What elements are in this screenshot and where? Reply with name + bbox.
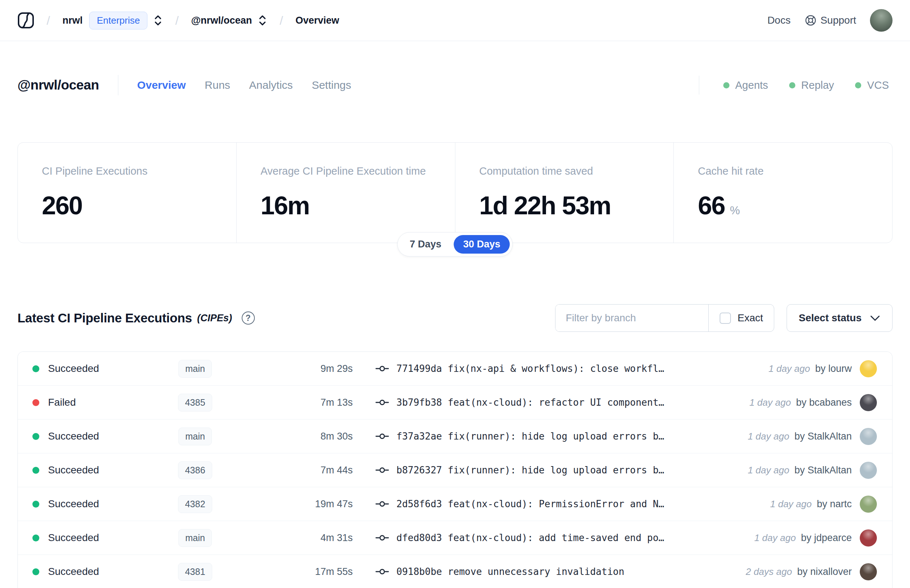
cipe-time-ago: 1 day ago: [748, 465, 789, 476]
branch-filter-input[interactable]: [556, 305, 708, 331]
git-commit-icon: [375, 397, 389, 407]
cipe-author: by StalkAltan: [794, 431, 852, 442]
cipe-row[interactable]: Succeeded 4381 17m 55s 0918b0be remove u…: [18, 555, 892, 588]
breadcrumb-workspace[interactable]: @nrwl/ocean: [191, 15, 252, 26]
cipe-status: Succeeded: [48, 430, 99, 442]
org-switcher-chevrons-icon[interactable]: [153, 14, 163, 27]
docs-link[interactable]: Docs: [767, 15, 790, 26]
git-commit-icon: [375, 363, 389, 374]
indicator-vcs[interactable]: VCS: [855, 79, 889, 91]
support-link[interactable]: Support: [805, 14, 856, 27]
commit-message: 3b79fb38 feat(nx-cloud): refactor UI com…: [396, 397, 664, 408]
cipe-time-ago: 1 day ago: [748, 431, 789, 442]
cipe-status: Succeeded: [48, 363, 99, 375]
cipe-duration: 17m 55s: [255, 566, 353, 577]
breadcrumb-separator: /: [47, 13, 50, 27]
branch-badge: 4381: [178, 563, 212, 581]
cipe-row[interactable]: Succeeded main 4m 31s dfed80d3 feat(nx-c…: [18, 521, 892, 555]
tab-analytics[interactable]: Analytics: [249, 79, 293, 91]
cipe-row[interactable]: Succeeded 4386 7m 44s b8726327 fix(runne…: [18, 453, 892, 487]
stat-value: 260: [42, 191, 82, 220]
enterprise-badge: Enterprise: [89, 11, 148, 29]
exact-label[interactable]: Exact: [737, 312, 763, 324]
user-avatar[interactable]: [870, 9, 892, 32]
exact-checkbox[interactable]: [719, 313, 731, 324]
stat-card-computation-time-saved: Computation time saved 1d 22h 53m: [455, 143, 674, 243]
tab-settings[interactable]: Settings: [312, 79, 351, 91]
indicator-agents[interactable]: Agents: [723, 79, 768, 91]
breadcrumb-org[interactable]: nrwl: [62, 15, 82, 26]
git-commit-icon: [375, 567, 389, 577]
stat-label: Cache hit rate: [698, 165, 868, 177]
select-status-dropdown[interactable]: Select status: [787, 304, 892, 332]
commit-message: dfed80d3 feat(nx-cloud): add time-saved …: [396, 532, 664, 543]
support-label: Support: [821, 15, 856, 26]
cipe-row[interactable]: Succeeded 4382 19m 47s 2d58f6d3 feat(nx-…: [18, 487, 892, 521]
commit-message: 2d58f6d3 feat(nx-cloud): PermissionError…: [396, 499, 664, 509]
cipe-duration: 7m 13s: [255, 397, 353, 408]
git-commit-icon: [375, 431, 389, 441]
life-ring-icon: [805, 14, 817, 27]
cipe-section-title: Latest CI Pipeline Executions: [18, 311, 192, 325]
indicator-replay[interactable]: Replay: [789, 79, 834, 91]
tab-overview[interactable]: Overview: [137, 79, 186, 91]
git-commit-icon: [375, 533, 389, 543]
stat-value: 16m: [260, 191, 309, 220]
cipe-duration: 9m 29s: [255, 363, 353, 375]
green-status-dot-icon: [855, 82, 861, 89]
cipe-status: Succeeded: [48, 498, 99, 510]
branch-badge: 4385: [178, 394, 212, 412]
cipe-filters: Exact Select status: [555, 304, 892, 332]
indicator-vcs-label: VCS: [867, 79, 889, 91]
indicator-replay-label: Replay: [801, 79, 834, 91]
date-range-toggle: 7 Days 30 Days: [397, 232, 512, 257]
branch-badge: main: [178, 428, 212, 445]
help-icon[interactable]: ?: [242, 312, 255, 325]
cipe-table: Succeeded main 9m 29s 771499da fix(nx-ap…: [18, 352, 892, 588]
commit-message: 771499da fix(nx-api & workflows): close …: [396, 363, 664, 374]
cipe-author: by lourw: [815, 363, 852, 375]
cipe-duration: 7m 44s: [255, 465, 353, 476]
header-divider: [118, 75, 118, 95]
cipe-row[interactable]: Succeeded main 9m 29s 771499da fix(nx-ap…: [18, 352, 892, 386]
author-avatar: [860, 462, 877, 479]
cipe-status: Succeeded: [48, 464, 99, 476]
range-7-days-button[interactable]: 7 Days: [400, 235, 451, 254]
branch-badge: main: [178, 529, 212, 547]
workspace-switcher-chevrons-icon[interactable]: [258, 14, 267, 27]
breadcrumb-page: Overview: [296, 15, 339, 26]
commit-message: 0918b0be remove unnecessary invalidation: [396, 566, 624, 577]
stat-suffix: %: [730, 204, 740, 217]
author-avatar: [860, 563, 877, 580]
stat-label: Average CI Pipeline Execution time: [260, 165, 431, 177]
workspace-tabs: Overview Runs Analytics Settings: [137, 79, 351, 91]
stat-value: 1d 22h 53m: [479, 191, 611, 220]
tab-runs[interactable]: Runs: [205, 79, 230, 91]
cipe-row[interactable]: Succeeded main 8m 30s f37a32ae fix(runne…: [18, 420, 892, 453]
author-avatar: [860, 496, 877, 513]
cipe-author: by nartc: [817, 499, 852, 510]
nx-cloud-logo-icon[interactable]: [18, 12, 34, 29]
top-navbar: / nrwl Enterprise / @nrwl/ocean / Overvi…: [0, 0, 910, 41]
chevron-down-icon: [870, 314, 881, 321]
cipe-section-title-suffix: (CIPEs): [197, 313, 232, 324]
stats-cards-row: CI Pipeline Executions 260 Average CI Pi…: [18, 142, 892, 243]
branch-badge: 4382: [178, 495, 212, 513]
cipe-author: by nixallover: [797, 566, 852, 577]
cipe-row[interactable]: Failed 4385 7m 13s 3b79fb38 feat(nx-clou…: [18, 386, 892, 420]
range-30-days-button[interactable]: 30 Days: [454, 235, 509, 254]
cipe-status: Failed: [48, 397, 76, 408]
cipe-time-ago: 1 day ago: [770, 499, 812, 510]
cipe-author: by StalkAltan: [794, 465, 852, 476]
branch-badge: 4386: [178, 461, 212, 479]
page-title: @nrwl/ocean: [18, 78, 99, 93]
cipe-duration: 19m 47s: [255, 499, 353, 510]
cipe-author: by bcabanes: [796, 397, 852, 408]
status-dot-icon: [32, 535, 39, 541]
stat-value: 66: [698, 191, 725, 220]
stat-card-average-execution-time: Average CI Pipeline Execution time 16m: [237, 143, 455, 243]
branch-filter-group: Exact: [555, 304, 774, 332]
cipe-duration: 4m 31s: [255, 532, 353, 544]
breadcrumb-separator: /: [280, 13, 283, 27]
commit-message: b8726327 fix(runner): hide log upload er…: [396, 465, 664, 476]
